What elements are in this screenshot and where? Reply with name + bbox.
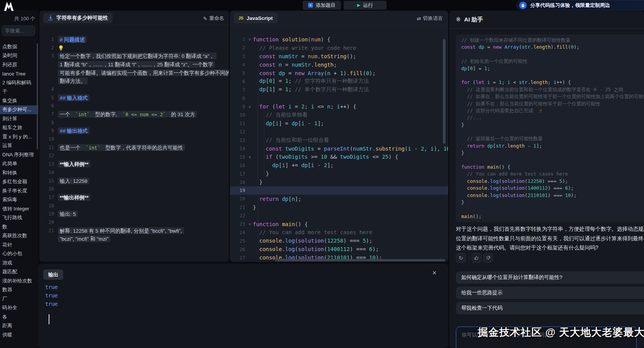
code-line[interactable]: 17 }	[230, 169, 448, 178]
sidebar-item[interactable]: 换子串长度	[0, 186, 38, 195]
sidebar-item[interactable]: 有多少种可...	[0, 105, 38, 115]
sidebar-item[interactable]: 多红包金额	[0, 177, 38, 187]
sidebar-item[interactable]: 则计算	[0, 114, 38, 123]
sidebar-item[interactable]: 漠的补给次数	[0, 276, 38, 286]
sidebar-item[interactable]: 染时间	[0, 51, 38, 61]
code-line[interactable]: 12	[230, 128, 448, 136]
sidebar-item[interactable]: 和转换	[0, 168, 38, 177]
code-line[interactable]: 3 const numStr = num.toString();	[230, 52, 448, 61]
sidebar-item[interactable]: 数器	[0, 286, 38, 295]
ai-paragraph-line: 对于这个问题，我们首先将数字转换为字符串，方便处理每个数字。选择动态规划的思	[456, 224, 644, 234]
code-line[interactable]: 21}	[230, 203, 448, 212]
app-logo[interactable]	[3, 0, 15, 12]
suggestion-pill[interactable]: 如何确定从哪个位置开始计算翻译的可能性?	[456, 271, 644, 284]
chat-input[interactable]: 你可以问我问题，比如代码哪里有问题	[456, 327, 637, 348]
suggestion-pill[interactable]: 给我一些思路提示	[456, 287, 644, 299]
description-row: 9## 输出格式	[39, 127, 229, 135]
code-line[interactable]: 2 // Please write your code here	[230, 44, 448, 52]
code-line[interactable]: 23∨function main() {	[230, 220, 448, 228]
problem-list: 点数据染时间列还原lance Tree2 编码和解码干集交换有多少种可...则计…	[0, 42, 38, 340]
language-tab[interactable]: JS JavaScript	[234, 13, 277, 23]
sidebar-item[interactable]: 数	[0, 222, 38, 231]
editor-vertical-scrollbar[interactable]	[443, 39, 446, 144]
regenerate-button[interactable]: ↻	[456, 253, 466, 263]
close-icon[interactable]: ✕	[432, 270, 437, 276]
add-question-button[interactable]: 添加题目	[303, 1, 341, 10]
code-line[interactable]: 13 // 当前位和前一位组合看	[230, 136, 448, 144]
sidebar-item[interactable]: 飞行路线	[0, 213, 38, 223]
thumbs-up-button[interactable]	[472, 253, 482, 263]
sidebar-item[interactable]: 厂	[0, 294, 38, 304]
ai-code-line: // 创建一个数组来存储不同位置的翻译可能性数量	[461, 37, 644, 44]
sidebar-item[interactable]: 此简单	[0, 159, 38, 169]
sidebar-item[interactable]: 题匹配	[0, 268, 38, 277]
sidebar-item[interactable]: 集交换	[0, 96, 38, 105]
code-line[interactable]: 24 // You can add more test cases here	[230, 228, 448, 236]
output-console[interactable]: truetruetrue	[45, 283, 58, 308]
sidebar-item[interactable]: 心的小包	[0, 250, 38, 259]
code-line[interactable]: 1∨function solution(num) {	[230, 35, 448, 44]
problem-title: 字符串有多少种可能性	[56, 15, 108, 21]
code-line[interactable]: 15∨ if (twoDigits >= 10 && twoDigits <= …	[230, 153, 448, 161]
ai-code-line: //...	[461, 115, 644, 121]
sidebar-item[interactable]: 列还原	[0, 60, 38, 69]
sidebar-item[interactable]: 运算	[0, 141, 38, 151]
editor-horizontal-scrollbar[interactable]	[275, 259, 445, 261]
sidebar-item[interactable]: 值转 Integer	[0, 204, 38, 213]
code-line[interactable]: 8	[230, 94, 448, 102]
code-line[interactable]: 14 const twoDigits = parseInt(numStr.sub…	[230, 144, 448, 153]
code-line[interactable]: 11 dp[i] = dp[i - 1];	[230, 119, 448, 128]
sidebar-item[interactable]: 租车之旅	[0, 123, 38, 133]
run-button[interactable]: ▶ 运行	[344, 1, 387, 10]
code-line[interactable]: 18 }	[230, 178, 448, 186]
description-row: 6	[39, 102, 229, 110]
code-line[interactable]: 22	[230, 212, 448, 220]
sidebar-item[interactable]: lance Tree	[0, 69, 38, 79]
code-line[interactable]: 26 console.log(solution(1400112) === 6);	[230, 245, 448, 253]
sidebar-item[interactable]: 点数据	[0, 42, 38, 51]
thumbs-down-button[interactable]	[483, 253, 493, 263]
code-editor-panel: JS JavaScript ⇄ 切换语言 1∨function solution…	[230, 11, 448, 262]
chat-input-placeholder: 你可以问我问题，比如代码哪里有问题	[462, 332, 630, 338]
sidebar-scrollbar[interactable]	[37, 43, 38, 149]
problem-title-box[interactable]: 字符串有多少种可能性	[43, 13, 113, 23]
suggestion-pill[interactable]: 帮我检查一下代码	[456, 302, 644, 314]
description-row: 11也是一个 `int` 型数字，代表字符串的总共可能性	[39, 143, 229, 152]
sidebar-item[interactable]: 索病毒	[0, 195, 38, 205]
code-line[interactable]: 5 const dp = new Array(n + 1).fill(0);	[230, 69, 448, 77]
code-line[interactable]: 4 const n = numStr.length;	[230, 61, 448, 69]
ai-code-line: main();	[461, 213, 644, 220]
sidebar-item[interactable]: 码补全	[0, 304, 38, 313]
sidebar-item[interactable]: 高获胜次数	[0, 231, 38, 241]
ai-code-line: return dp[str.length - 1];	[461, 143, 644, 150]
sidebar-item[interactable]: 供暖	[0, 330, 38, 340]
sidebar-item[interactable]: 各	[0, 312, 38, 322]
output-tab[interactable]: 输出	[43, 269, 63, 280]
code-line[interactable]: 16 dp[i] += dp[i - 2];	[230, 161, 448, 169]
editor-code[interactable]: 1∨function solution(num) {2 // Please wr…	[230, 35, 448, 262]
sidebar-item[interactable]: 花针	[0, 240, 38, 250]
code-line[interactable]: 6 dp[0] = 1; // 空字符串只有一种翻译方法	[230, 77, 448, 85]
share-banner[interactable]: 分享代码练习体验，领限量定制周边	[516, 0, 644, 10]
code-line[interactable]: 10 // 当前位单独看	[230, 111, 448, 119]
play-icon: ▶	[357, 3, 360, 8]
sidebar-item[interactable]: 2 编码和解码	[0, 78, 38, 87]
code-line[interactable]: 25 console.log(solution(12258) === 5);	[230, 236, 448, 245]
sidebar-item[interactable]: DNA 序列整理	[0, 150, 38, 159]
description-row: 20	[39, 218, 229, 227]
code-line[interactable]: 9∨ for (let i = 2; i <= n; i++) {	[230, 102, 448, 111]
sidebar-item[interactable]: 距离	[0, 322, 38, 331]
ai-code-line	[461, 129, 644, 136]
sidebar-item[interactable]: 游戏	[0, 258, 38, 268]
thumbs-up-icon	[474, 255, 479, 261]
sidebar-item[interactable]: 干	[0, 87, 38, 97]
rename-button[interactable]: ✎ 重命名	[203, 15, 224, 22]
search-input[interactable]	[2, 25, 35, 36]
description-content[interactable]: 1# 问题描述2💡3给定一个数字，我们按照如下规则把它翻译为字符串: 0 翻译成…	[39, 35, 229, 243]
banner-text: 分享代码练习体验，领限量定制周边	[530, 2, 610, 9]
code-line[interactable]: 19	[230, 186, 448, 195]
sidebar-item[interactable]: 置 x 到 y 的...	[0, 132, 38, 141]
code-line[interactable]: 20 return dp[n];	[230, 195, 448, 203]
code-line[interactable]: 7 dp[1] = 1; // 单个数字只有一种翻译方法	[230, 85, 448, 94]
switch-language-button[interactable]: ⇄ 切换语言	[417, 15, 443, 22]
